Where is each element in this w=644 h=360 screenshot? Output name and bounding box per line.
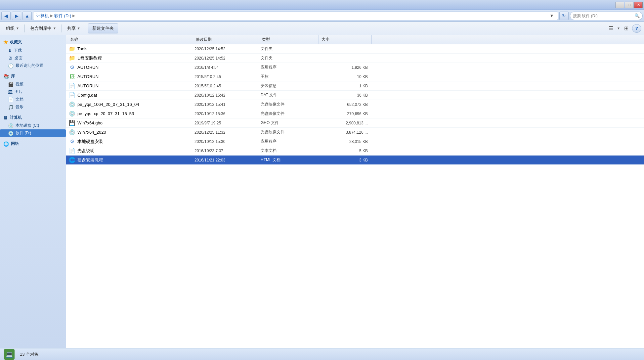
sidebar-favorites: ★ 收藏夹 ⬇ 下载 🖥 桌面 🕐 最近访问的位置 [0, 38, 66, 69]
table-row[interactable]: ⚙ AUTORUN 2016/1/8 4:54 应用程序 1,926 KB [66, 63, 644, 72]
file-name-cell: 💾 Win7x64.gho [66, 120, 192, 126]
refresh-button[interactable]: ↻ [559, 12, 569, 20]
table-row[interactable]: 🖼 AUTORUN 2015/5/10 2:45 图标 10 KB [66, 72, 644, 81]
recent-icon: 🕐 [8, 63, 14, 68]
file-type-cell: HTML 文档 [258, 157, 318, 163]
path-computer[interactable]: 计算机 [36, 13, 49, 19]
help-button[interactable]: ? [632, 24, 641, 33]
file-type-cell: 安装信息 [258, 83, 318, 89]
file-type-cell: GHO 文件 [258, 120, 318, 126]
table-row[interactable]: 📁 Tools 2020/12/25 14:52 文件夹 [66, 44, 644, 54]
table-row[interactable]: 📄 Config.dat 2020/10/12 15:42 DAT 文件 36 … [66, 91, 644, 100]
table-row[interactable]: ⚙ 本地硬盘安装 2020/10/12 15:30 应用程序 28,315 KB [66, 137, 644, 146]
path-dropdown[interactable]: ▼ [548, 13, 555, 19]
title-bar-buttons: ─ □ ✕ [616, 2, 643, 8]
file-name-cell: ⚙ AUTORUN [66, 64, 192, 70]
file-type-cell: 光盘映像文件 [258, 102, 318, 107]
file-date-cell: 2020/12/25 11:32 [192, 130, 258, 135]
file-type-cell: 光盘映像文件 [258, 111, 318, 116]
toolbar-right: ☰ ▼ ⊞ ? [606, 24, 641, 33]
file-name-cell: 🖼 AUTORUN [66, 74, 192, 80]
table-row[interactable]: 💾 Win7x64.gho 2019/9/7 19:25 GHO 文件 2,90… [66, 118, 644, 128]
file-name-text: AUTORUN [77, 74, 99, 79]
sidebar-item-document[interactable]: 📄 文档 [0, 96, 66, 103]
col-header-date[interactable]: 修改日期 [193, 35, 259, 44]
file-date-cell: 2020/10/12 15:36 [192, 112, 258, 116]
file-name-text: pe_yqs_xp_20_07_31_15_53 [77, 111, 134, 116]
toolbar-separator-3 [86, 24, 86, 32]
sidebar-item-download[interactable]: ⬇ 下载 [0, 47, 66, 54]
sidebar-network: 🌐 网络 [0, 140, 66, 148]
address-path[interactable]: 计算机 ▶ 软件 (D:) ▶ ▼ [33, 12, 558, 20]
search-box[interactable]: 🔍 [570, 12, 643, 20]
file-type-cell: 图标 [258, 74, 318, 79]
up-button[interactable]: ▲ [22, 12, 32, 20]
table-row[interactable]: 💿 Win7x64_2020 2020/12/25 11:32 光盘映像文件 3… [66, 128, 644, 137]
table-row[interactable]: 💿 pe_yqs_1064_20_07_31_16_04 2020/10/12 … [66, 100, 644, 109]
status-bar: 💻 13 个对象 [0, 348, 644, 360]
file-size-cell: 279,696 KB [318, 112, 370, 116]
file-type-icon: ⚙ [69, 64, 75, 70]
file-date-cell: 2020/12/25 14:52 [192, 56, 258, 61]
file-type-cell: 文本文档 [258, 148, 318, 154]
path-separator-2: ▶ [72, 14, 75, 18]
minimize-button[interactable]: ─ [616, 2, 624, 8]
col-header-size[interactable]: 大小 [319, 35, 372, 44]
file-type-cell: DAT 文件 [258, 92, 318, 98]
file-name-text: Win7x64.gho [77, 120, 103, 125]
close-button[interactable]: ✕ [634, 2, 643, 8]
view-button[interactable]: ☰ [606, 24, 616, 33]
title-bar: ─ □ ✕ [0, 0, 644, 10]
file-type-cell: 光盘映像文件 [258, 129, 318, 135]
main-content: ★ 收藏夹 ⬇ 下载 🖥 桌面 🕐 最近访问的位置 📚 库 � [0, 35, 644, 348]
maximize-button[interactable]: □ [625, 2, 633, 8]
table-row[interactable]: 💿 pe_yqs_xp_20_07_31_15_53 2020/10/12 15… [66, 109, 644, 118]
path-drive[interactable]: 软件 (D:) [54, 13, 71, 19]
file-name-cell: 💿 pe_yqs_1064_20_07_31_16_04 [66, 101, 192, 108]
file-type-icon: 💿 [69, 129, 75, 135]
sidebar-item-drive-d[interactable]: 💿 软件 (D:) [0, 129, 66, 137]
col-header-type[interactable]: 类型 [259, 35, 319, 44]
organize-arrow: ▼ [16, 26, 19, 30]
file-type-cell: 文件夹 [258, 46, 318, 52]
table-row[interactable]: 🌐 硬盘安装教程 2016/11/21 22:03 HTML 文档 3 KB [66, 156, 644, 165]
file-name-text: AUTORUN [77, 65, 99, 70]
sidebar-item-recent[interactable]: 🕐 最近访问的位置 [0, 62, 66, 69]
document-icon: 📄 [8, 97, 14, 102]
new-folder-button[interactable]: 新建文件夹 [88, 23, 118, 33]
forward-button[interactable]: ▶ [12, 12, 21, 20]
file-name-text: U盘安装教程 [77, 55, 102, 61]
sidebar-item-picture[interactable]: 🖼 图片 [0, 88, 66, 96]
table-row[interactable]: 📄 光盘说明 2016/10/23 7:07 文本文档 5 KB [66, 146, 644, 156]
sidebar-item-music[interactable]: 🎵 音乐 [0, 103, 66, 111]
col-header-name[interactable]: 名称 [67, 35, 193, 44]
picture-icon: 🖼 [8, 89, 13, 95]
file-name-text: Win7x64_2020 [77, 130, 106, 135]
library-icon: 📚 [3, 74, 9, 79]
archive-button[interactable]: 包含到库中 ▼ [27, 23, 60, 33]
file-date-cell: 2016/11/21 22:03 [192, 158, 258, 162]
table-row[interactable]: 📁 U盘安装教程 2020/12/25 14:52 文件夹 [66, 54, 644, 63]
search-input[interactable] [573, 14, 633, 18]
preview-button[interactable]: ⊞ [622, 24, 631, 33]
sidebar-item-desktop[interactable]: 🖥 桌面 [0, 54, 66, 62]
sidebar-library-header: 📚 库 [0, 72, 66, 80]
organize-button[interactable]: 组织 ▼ [3, 23, 22, 33]
sidebar-item-drive-c[interactable]: 💿 本地磁盘 (C:) [0, 122, 66, 129]
file-name-text: 本地硬盘安装 [77, 139, 103, 145]
file-size-cell: 36 KB [318, 93, 370, 98]
download-icon: ⬇ [8, 48, 12, 53]
file-name-cell: 📁 U盘安装教程 [66, 55, 192, 61]
back-button[interactable]: ◀ [1, 12, 11, 20]
favorites-star-icon: ★ [3, 39, 8, 45]
table-row[interactable]: 📄 AUTORUN 2015/5/10 2:45 安装信息 1 KB [66, 81, 644, 91]
file-name-text: pe_yqs_1064_20_07_31_16_04 [77, 102, 139, 107]
sidebar-item-video[interactable]: 🎬 视频 [0, 80, 66, 88]
share-button[interactable]: 共享 ▼ [64, 23, 84, 33]
view-arrow: ▼ [617, 26, 620, 30]
sidebar-library: 📚 库 🎬 视频 🖼 图片 📄 文档 🎵 音乐 [0, 72, 66, 111]
file-type-cell: 应用程序 [258, 65, 318, 70]
file-size-cell: 652,072 KB [318, 102, 370, 107]
file-list: 📁 Tools 2020/12/25 14:52 文件夹 📁 U盘安装教程 20… [66, 44, 644, 348]
file-type-icon: 💿 [69, 111, 75, 117]
